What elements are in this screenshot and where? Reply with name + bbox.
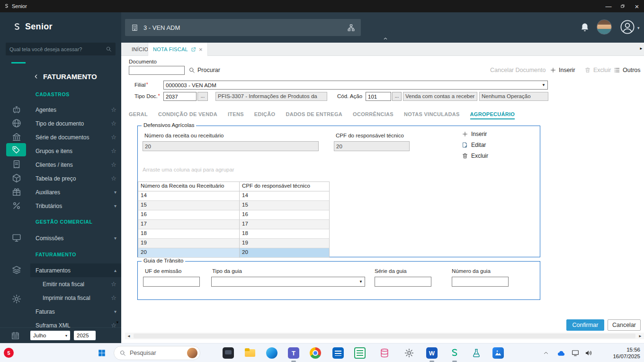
module-commissions-icon[interactable] (11, 233, 22, 243)
month-select[interactable]: Julho ▾ (30, 331, 70, 340)
calendar-icon[interactable] (11, 331, 20, 340)
module-header[interactable]: FATURAMENTO (33, 69, 97, 83)
sidebar-item-tipo-de-documento[interactable]: Tipo de documento ☆ (30, 117, 121, 130)
inserir-button[interactable]: Inserir (550, 65, 575, 75)
module-auxiliaries-icon[interactable] (11, 187, 22, 197)
collapse-header-caret[interactable] (382, 36, 389, 41)
outros-button[interactable]: Outros (614, 65, 641, 75)
confirmar-button[interactable]: Confirmar (566, 319, 604, 331)
sidebar-item-faturamentos[interactable]: Faturamentos ▴ (30, 263, 121, 277)
sidebar-item-faturas[interactable]: Faturas ▾ (30, 305, 121, 318)
start-button[interactable] (98, 349, 106, 357)
defensivos-inserir-button[interactable]: Inserir (462, 130, 487, 138)
procurar-button[interactable]: Procurar (188, 65, 220, 75)
sidebar-item-agentes[interactable]: Agentes ☆ (30, 103, 121, 117)
favorite-star-icon[interactable]: ☆ (111, 120, 116, 127)
table-cell[interactable]: 16 (138, 210, 240, 220)
edge-browser-icon[interactable] (266, 347, 277, 359)
scroll-left-icon[interactable]: ◄ (125, 334, 133, 338)
form-tab-dados-de-entrega[interactable]: DADOS DE ENTREGA (286, 111, 342, 119)
tray-show-hidden-icons[interactable] (543, 344, 549, 362)
module-groups-items-icon-active[interactable] (6, 143, 26, 156)
chevron-down-icon[interactable]: ▾ (114, 204, 116, 208)
table-cell[interactable]: 18 (240, 229, 330, 239)
table-row-selected[interactable]: 20 20 (138, 248, 330, 258)
sidebar-item-tributarios[interactable]: Tributários ▾ (30, 199, 121, 213)
sidebar-item-auxiliares[interactable]: Auxiliares ▾ (30, 185, 121, 199)
photos-app-icon[interactable] (492, 347, 504, 359)
chevron-up-icon[interactable]: ▴ (114, 268, 116, 273)
file-explorer-icon[interactable] (244, 347, 256, 359)
chevron-down-icon[interactable]: ▾ (114, 190, 116, 195)
table-cell[interactable]: 19 (138, 239, 240, 248)
module-clients-items-icon[interactable] (11, 159, 22, 170)
table-row[interactable]: 14 14 (138, 191, 330, 201)
tray-volume-icon[interactable] (584, 344, 593, 362)
form-tab-geral[interactable]: GERAL (129, 111, 148, 119)
chevron-down-icon[interactable]: ▾ (637, 26, 640, 30)
sidebar-item-emitir-nota-fiscal[interactable]: Emitir nota fiscal ☆ (30, 277, 121, 291)
cod-acao-lookup-button[interactable]: ... (392, 92, 402, 101)
taskbar-dark-app-icon[interactable] (223, 347, 234, 359)
favorite-star-icon[interactable]: ☆ (111, 295, 116, 301)
table-row[interactable]: 18 18 (138, 229, 330, 239)
taskbar-clock[interactable]: 15:56 16/07/2025 (607, 346, 640, 360)
user-avatar[interactable] (597, 19, 612, 35)
favorite-star-icon[interactable]: ☆ (111, 175, 116, 181)
scrollbar-thumb[interactable] (134, 334, 635, 338)
module-agents-icon[interactable] (11, 104, 22, 115)
tray-display-icon[interactable] (571, 344, 580, 362)
year-input[interactable] (74, 331, 96, 340)
chevron-down-icon[interactable]: ▾ (114, 236, 116, 241)
scroll-right-icon[interactable]: ► (636, 334, 644, 338)
table-cell[interactable]: 14 (138, 191, 240, 201)
notifications-bell-icon[interactable] (580, 22, 590, 33)
database-app-icon[interactable] (379, 347, 390, 359)
settings-gear-icon[interactable] (11, 294, 22, 304)
cancelar-button[interactable]: Cancelar (608, 319, 641, 331)
table-cell[interactable]: 15 (138, 201, 240, 210)
sidebar-item-tabela-de-preco[interactable]: Tabela de preço ☆ (30, 172, 121, 185)
module-billing-icon[interactable] (11, 265, 22, 275)
column-header-cpf[interactable]: CPF do responsável técnico (240, 181, 330, 191)
form-tab-condicao-de-venda[interactable]: CONDIÇÃO DE VENDA (158, 111, 217, 119)
documento-input[interactable] (129, 66, 185, 75)
tipo-guia-combobox[interactable]: ▼ (211, 277, 365, 287)
sidebar-item-comissoes[interactable]: Comissões ▾ (30, 231, 121, 245)
org-chart-icon[interactable] (347, 24, 355, 32)
green-notepad-app-icon[interactable] (354, 347, 366, 359)
window-close-button[interactable]: × (630, 0, 644, 12)
form-tab-ocorrencias[interactable]: OCORRÊNCIAS (353, 111, 394, 119)
flask-app-icon[interactable] (471, 347, 482, 359)
chevron-left-icon[interactable] (33, 73, 39, 80)
taskbar-search[interactable]: Pesquisar (114, 346, 200, 360)
table-row[interactable]: 19 19 (138, 239, 330, 248)
form-tab-notas-vinculadas[interactable]: NOTAS VINCULADAS (404, 111, 460, 119)
word-icon[interactable]: W (426, 347, 438, 359)
tray-cloud-icon[interactable] (557, 344, 566, 362)
table-cell[interactable]: 17 (138, 220, 240, 229)
sidebar-item-serie-de-documentos[interactable]: Série de documentos ☆ (30, 130, 121, 144)
favorite-star-icon[interactable]: ☆ (111, 134, 116, 140)
table-row[interactable]: 17 17 (138, 220, 330, 229)
chrome-browser-icon[interactable] (310, 347, 321, 359)
tipo-doc-input[interactable] (163, 92, 197, 101)
module-tax-icon[interactable] (11, 200, 22, 211)
sidebar-item-grupos-e-itens[interactable]: Grupos e itens ☆ (30, 144, 121, 158)
module-document-type-icon[interactable] (11, 118, 22, 128)
horizontal-scrollbar[interactable]: ◄ ► (125, 333, 644, 339)
chevron-down-icon[interactable]: ▾ (114, 309, 116, 314)
table-cell[interactable]: 20 (138, 248, 240, 258)
sidebar-item-imprimir-nota-fiscal[interactable]: Imprimir nota fiscal ☆ (30, 291, 121, 305)
blue-ledger-app-icon[interactable] (332, 347, 344, 359)
module-document-series-icon[interactable] (11, 132, 22, 142)
numero-guia-input[interactable] (452, 277, 509, 287)
form-tab-edicao[interactable]: EDIÇÃO (254, 111, 276, 119)
window-restore-button[interactable] (616, 0, 630, 12)
table-cell[interactable]: 16 (240, 210, 330, 220)
teams-icon[interactable]: T (288, 347, 299, 359)
favorite-star-icon[interactable]: ☆ (111, 148, 116, 154)
filial-combobox[interactable]: 0000003 - VEN ADM ▼ (163, 81, 548, 90)
table-cell[interactable]: 17 (240, 220, 330, 229)
tab-scroll-right-icon[interactable]: ► (639, 46, 643, 51)
